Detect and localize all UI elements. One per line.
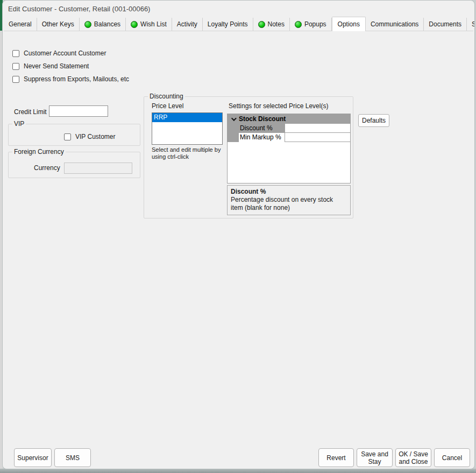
credit-limit-input[interactable] [49, 105, 108, 117]
tab-label: Documents [429, 20, 461, 28]
tab-label: Store Credit [472, 20, 475, 28]
foreign-currency-group-label: Foreign Currency [12, 148, 66, 156]
defaults-button[interactable]: Defaults [358, 114, 389, 127]
checkbox-label: VIP Customer [75, 133, 115, 140]
credit-limit-label: Credit Limit [14, 108, 47, 116]
tab-label: Loyalty Points [208, 20, 248, 28]
customer-account-customer-row: Customer Account Customer [12, 49, 106, 58]
edit-customer-dialog: Edit Customer - Customer, Retail (001-00… [2, 0, 475, 469]
tab-other-keys[interactable]: Other Keys [37, 18, 80, 31]
collapse-strip[interactable] [228, 114, 239, 124]
category-row-stock-discount[interactable]: Stock Discount [228, 114, 350, 124]
tab-activity[interactable]: Activity [172, 18, 203, 31]
row-indent-strip [228, 124, 239, 133]
category-label: Stock Discount [239, 115, 286, 123]
tab-loyalty-points[interactable]: Loyalty Points [203, 18, 253, 31]
vip-customer-row: VIP Customer [64, 132, 115, 141]
tab-label: Other Keys [42, 20, 74, 28]
tab-wish-list[interactable]: Wish List [126, 18, 172, 31]
row-label[interactable]: Min Markup % [239, 133, 285, 142]
tab-notes[interactable]: Notes [253, 18, 290, 31]
grid-empty-area [228, 142, 350, 183]
chevron-down-icon [231, 116, 237, 121]
tab-strip: General Other Keys Balances Wish List Ac… [4, 17, 473, 31]
tab-options[interactable]: Options [332, 17, 366, 31]
title-bar[interactable]: Edit Customer - Customer, Retail (001-00… [3, 1, 474, 17]
list-item-rrp[interactable]: RRP [152, 113, 222, 122]
suppress-exports-row: Suppress from Exports, Mailouts, etc [12, 75, 129, 83]
save-and-stay-button[interactable]: Save and Stay [357, 448, 393, 467]
status-dot-icon [131, 21, 138, 28]
tab-balances[interactable]: Balances [80, 18, 126, 31]
checkbox-label: Customer Account Customer [24, 50, 106, 57]
property-description-panel: Discount % Percentage discount on every … [227, 185, 351, 215]
supervisor-button[interactable]: Supervisor [14, 448, 52, 467]
revert-button[interactable]: Revert [318, 448, 354, 467]
status-dot-icon [84, 21, 91, 28]
ok-save-and-close-button[interactable]: OK / Save and Close [395, 448, 431, 467]
discount-percent-value-cell[interactable] [285, 124, 350, 133]
currency-label: Currency [34, 164, 60, 172]
window-bottom-shadow [0, 469, 476, 473]
tab-label: Balances [94, 20, 120, 28]
tab-general[interactable]: General [4, 18, 37, 31]
tab-popups[interactable]: Popups [290, 18, 332, 31]
tab-label: Wish List [140, 20, 167, 28]
min-markup-percent-value-cell[interactable] [285, 133, 350, 142]
ctrl-click-hint: Select and edit multiple by using ctrl-c… [152, 146, 232, 160]
row-indent-strip [228, 133, 239, 142]
checkbox-label: Never Send Statement [24, 62, 89, 70]
grid-row-discount[interactable]: Discount % [228, 124, 350, 133]
price-level-label: Price Level [152, 102, 183, 110]
discounting-group-label: Discounting [148, 93, 185, 100]
tab-label: Activity [177, 20, 197, 28]
dialog-title: Edit Customer - Customer, Retail (001-00… [8, 5, 150, 13]
tab-label: Options [338, 20, 360, 28]
hint-line-1: Select and edit multiple by [152, 146, 232, 153]
tab-label: Notes [268, 20, 285, 28]
price-level-listbox[interactable]: RRP [152, 112, 223, 145]
tab-communications[interactable]: Communications [366, 18, 424, 31]
grid-row-min-markup[interactable]: Min Markup % [228, 133, 350, 142]
checkbox-label: Suppress from Exports, Mailouts, etc [24, 75, 129, 83]
customer-account-customer-checkbox[interactable] [12, 50, 19, 57]
sms-button[interactable]: SMS [54, 448, 91, 467]
tab-store-credit[interactable]: Store Credit [467, 18, 475, 31]
description-body: Percentage discount on every stock item … [231, 196, 347, 212]
tab-label: Communications [371, 20, 418, 28]
settings-label: Settings for selected Price Level(s) [229, 102, 328, 110]
hint-line-2: using ctrl-click [152, 153, 232, 160]
settings-property-grid: Stock Discount Discount % Min Markup % [227, 114, 351, 183]
status-dot-icon [295, 21, 302, 28]
vip-customer-checkbox[interactable] [64, 133, 71, 140]
suppress-exports-checkbox[interactable] [12, 76, 19, 83]
never-send-statement-row: Never Send Statement [12, 62, 89, 70]
currency-input [64, 163, 132, 174]
tab-label: General [9, 20, 32, 28]
status-dot-icon [258, 21, 265, 28]
tab-documents[interactable]: Documents [424, 18, 467, 31]
description-title: Discount % [231, 188, 347, 196]
row-label[interactable]: Discount % [239, 124, 285, 133]
cancel-button[interactable]: Cancel [434, 448, 470, 467]
tab-label: Popups [304, 20, 326, 28]
never-send-statement-checkbox[interactable] [12, 63, 19, 70]
vip-group-label: VIP [12, 120, 26, 128]
